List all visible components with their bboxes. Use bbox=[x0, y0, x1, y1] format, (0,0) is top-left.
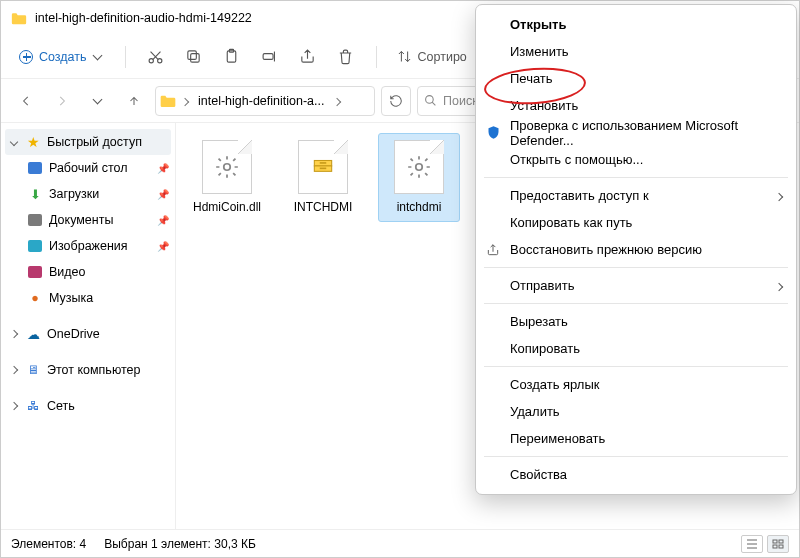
sort-button[interactable]: Сортиро bbox=[391, 45, 473, 68]
chevron-right-icon bbox=[9, 403, 19, 409]
svg-rect-17 bbox=[773, 545, 777, 548]
delete-button[interactable] bbox=[330, 42, 362, 72]
svg-rect-3 bbox=[188, 51, 197, 60]
chevron-right-icon bbox=[332, 94, 342, 108]
file-label: INTCHDMI bbox=[294, 200, 353, 215]
sidebar-this-pc[interactable]: 🖥Этот компьютер bbox=[1, 357, 175, 383]
svg-rect-11 bbox=[320, 162, 327, 164]
window-title: intel-high-definition-audio-hdmi-149222 bbox=[35, 11, 252, 25]
paste-button[interactable] bbox=[216, 42, 248, 72]
ctx-defender-scan[interactable]: Проверка с использованием Microsoft Defe… bbox=[476, 119, 796, 146]
address-bar[interactable]: intel-high-definition-a... bbox=[155, 86, 375, 116]
file-thumb bbox=[202, 140, 252, 194]
copy-button[interactable] bbox=[178, 42, 210, 72]
new-label: Создать bbox=[39, 50, 87, 64]
chevron-down-icon bbox=[93, 52, 103, 62]
file-item[interactable]: HdmiCoin.dll bbox=[186, 133, 268, 222]
svg-point-13 bbox=[416, 164, 423, 171]
file-label: intchdmi bbox=[397, 200, 442, 215]
search-icon bbox=[424, 94, 437, 107]
status-bar: Элементов: 4 Выбран 1 элемент: 30,3 КБ bbox=[1, 529, 799, 557]
sidebar-network[interactable]: 🖧Сеть bbox=[1, 393, 175, 419]
sort-icon bbox=[397, 49, 412, 64]
ctx-copy[interactable]: Копировать bbox=[476, 335, 796, 362]
chevron-right-icon bbox=[776, 278, 782, 293]
gear-icon bbox=[214, 154, 240, 180]
ctx-restore-previous[interactable]: Восстановить прежнюю версию bbox=[476, 236, 796, 263]
share-button[interactable] bbox=[292, 42, 324, 72]
ctx-open-with[interactable]: Открыть с помощью... bbox=[476, 146, 796, 173]
separator bbox=[376, 46, 377, 68]
separator bbox=[484, 177, 788, 178]
ctx-share-access[interactable]: Предоставить доступ к bbox=[476, 182, 796, 209]
icons-view-button[interactable] bbox=[767, 535, 789, 553]
sidebar-item-pictures[interactable]: Изображения📌 bbox=[19, 233, 175, 259]
up-button[interactable] bbox=[119, 86, 149, 116]
separator bbox=[484, 303, 788, 304]
folder-icon bbox=[160, 94, 176, 108]
svg-point-0 bbox=[149, 59, 153, 63]
ctx-create-shortcut[interactable]: Создать ярлык bbox=[476, 371, 796, 398]
svg-rect-15 bbox=[773, 540, 777, 543]
separator bbox=[484, 366, 788, 367]
folder-icon bbox=[11, 12, 27, 25]
sidebar-item-documents[interactable]: Документы📌 bbox=[19, 207, 175, 233]
ctx-copy-path[interactable]: Копировать как путь bbox=[476, 209, 796, 236]
address-segment[interactable]: intel-high-definition-a... bbox=[194, 92, 328, 110]
status-count: Элементов: 4 bbox=[11, 537, 86, 551]
svg-rect-16 bbox=[779, 540, 783, 543]
sidebar-item-desktop[interactable]: Рабочий стол📌 bbox=[19, 155, 175, 181]
ctx-delete[interactable]: Удалить bbox=[476, 398, 796, 425]
sidebar-label: Быстрый доступ bbox=[47, 135, 142, 149]
svg-rect-2 bbox=[191, 54, 200, 63]
star-icon: ★ bbox=[25, 134, 41, 150]
ctx-send-to[interactable]: Отправить bbox=[476, 272, 796, 299]
share-icon bbox=[485, 242, 501, 258]
separator bbox=[484, 456, 788, 457]
svg-rect-12 bbox=[320, 168, 327, 170]
chevron-right-icon bbox=[9, 367, 19, 373]
file-thumb bbox=[298, 140, 348, 194]
cabinet-icon bbox=[310, 154, 336, 180]
gear-icon bbox=[406, 154, 432, 180]
recent-button[interactable] bbox=[83, 86, 113, 116]
nav-pane: ★ Быстрый доступ Рабочий стол📌 ⬇Загрузки… bbox=[1, 123, 176, 529]
chevron-down-icon bbox=[93, 96, 103, 106]
svg-rect-18 bbox=[779, 545, 783, 548]
quick-access-children: Рабочий стол📌 ⬇Загрузки📌 Документы📌 Изоб… bbox=[1, 155, 175, 311]
sidebar-item-videos[interactable]: Видео bbox=[19, 259, 175, 285]
forward-button[interactable] bbox=[47, 86, 77, 116]
sidebar-item-downloads[interactable]: ⬇Загрузки📌 bbox=[19, 181, 175, 207]
sidebar-onedrive[interactable]: ☁OneDrive bbox=[1, 321, 175, 347]
ctx-cut[interactable]: Вырезать bbox=[476, 308, 796, 335]
pin-icon: 📌 bbox=[157, 215, 169, 226]
sidebar-item-music[interactable]: ●Музыка bbox=[19, 285, 175, 311]
ctx-open[interactable]: Открыть bbox=[476, 11, 796, 38]
shield-icon bbox=[485, 125, 501, 141]
chevron-right-icon bbox=[776, 188, 782, 203]
cut-button[interactable] bbox=[140, 42, 172, 72]
separator bbox=[484, 267, 788, 268]
ctx-rename[interactable]: Переименовать bbox=[476, 425, 796, 452]
svg-point-7 bbox=[426, 96, 434, 104]
chevron-right-icon bbox=[9, 331, 19, 337]
pin-icon: 📌 bbox=[157, 241, 169, 252]
file-item[interactable]: INTCHDMI bbox=[282, 133, 364, 222]
ctx-edit[interactable]: Изменить bbox=[476, 38, 796, 65]
svg-point-1 bbox=[158, 59, 162, 63]
chevron-down-icon bbox=[9, 139, 19, 145]
status-selection: Выбран 1 элемент: 30,3 КБ bbox=[104, 537, 256, 551]
svg-point-8 bbox=[224, 164, 231, 171]
ctx-properties[interactable]: Свойства bbox=[476, 461, 796, 488]
ctx-install[interactable]: Установить bbox=[476, 92, 796, 119]
file-thumb bbox=[394, 140, 444, 194]
new-button[interactable]: Создать bbox=[11, 46, 111, 68]
sidebar-quick-access[interactable]: ★ Быстрый доступ bbox=[5, 129, 171, 155]
pin-icon: 📌 bbox=[157, 163, 169, 174]
back-button[interactable] bbox=[11, 86, 41, 116]
rename-button[interactable] bbox=[254, 42, 286, 72]
ctx-print[interactable]: Печать bbox=[476, 65, 796, 92]
refresh-button[interactable] bbox=[381, 86, 411, 116]
details-view-button[interactable] bbox=[741, 535, 763, 553]
file-item-selected[interactable]: intchdmi bbox=[378, 133, 460, 222]
